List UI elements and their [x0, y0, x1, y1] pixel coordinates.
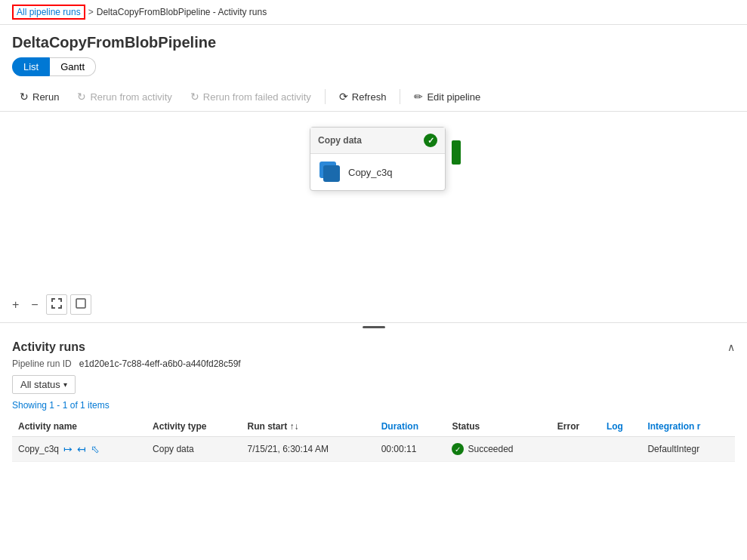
activity-name-label: Copy_c3q [348, 167, 393, 178]
activity-runs-section: Activity runs ∧ Pipeline run ID e1d20e1c… [0, 331, 747, 462]
runs-table-body: Copy_c3q ↦ ↤ ⬁ Copy data7/15/21, 6:30:14… [12, 437, 735, 462]
col-status: Status [446, 417, 551, 437]
zoom-in-button[interactable]: + [8, 297, 23, 313]
zoom-fit-button[interactable] [46, 294, 67, 315]
cell-activity_type: Copy data [147, 437, 241, 462]
cell-log [600, 437, 642, 462]
view-toggle: List Gantt [0, 57, 747, 82]
collapse-line [363, 326, 385, 328]
collapse-chevron-icon[interactable]: ∧ [727, 341, 735, 353]
breadcrumb-bar: All pipeline runs > DeltaCopyFromBlobPip… [0, 0, 747, 25]
table-header-row: Activity name Activity type Run start ↑↓… [12, 417, 735, 437]
activity-runs-header: Activity runs ∧ [12, 331, 735, 357]
list-view-button[interactable]: List [12, 57, 50, 76]
status-filter-label: All status [20, 379, 60, 390]
zoom-fit-icon [51, 297, 63, 309]
activity-popup-body: Copy_c3q [310, 154, 445, 190]
svg-rect-3 [60, 298, 62, 302]
toolbar-separator-2 [400, 89, 400, 104]
activity-runs-title: Activity runs [12, 340, 85, 354]
canvas-area: Copy data ✓ Copy_c3q + − [0, 112, 747, 323]
col-error: Error [551, 417, 600, 437]
col-activity-name: Activity name [12, 417, 147, 437]
zoom-out-button[interactable]: − [26, 297, 42, 313]
edit-pipeline-button[interactable]: ✏ Edit pipeline [406, 87, 488, 106]
status-success-icon: ✓ [452, 443, 464, 455]
toolbar: ↻ Rerun ↻ Rerun from activity ↻ Rerun fr… [0, 82, 747, 112]
all-pipeline-runs-link[interactable]: All pipeline runs [12, 5, 85, 20]
pipeline-run-id-value: e1d20e1c-7c88-4eff-a6b0-a440fd28c59f [79, 358, 241, 369]
cell-run_start: 7/15/21, 6:30:14 AM [241, 437, 375, 462]
toolbar-separator [325, 89, 326, 104]
fullscreen-icon [75, 297, 87, 309]
svg-rect-1 [51, 298, 53, 302]
pipeline-node [452, 140, 461, 165]
svg-rect-8 [76, 299, 85, 308]
col-duration: Duration [375, 417, 446, 437]
svg-rect-5 [51, 305, 53, 309]
pipeline-run-id-label: Pipeline run ID [12, 358, 72, 369]
refresh-button[interactable]: ⟳ Refresh [332, 87, 394, 106]
gantt-view-button[interactable]: Gantt [50, 57, 96, 76]
table-row: Copy_c3q ↦ ↤ ⬁ Copy data7/15/21, 6:30:14… [12, 437, 735, 462]
rerun-icon: ↻ [20, 91, 29, 103]
activity-popup[interactable]: Copy data ✓ Copy_c3q [310, 127, 446, 191]
status-filter[interactable]: All status ▾ [12, 375, 76, 394]
action-icon-details[interactable]: ⬁ [91, 443, 100, 455]
col-log: Log [600, 417, 642, 437]
rerun-button[interactable]: ↻ Rerun [12, 87, 66, 106]
status-filter-chevron: ▾ [63, 380, 67, 389]
action-icon-output[interactable]: ↤ [77, 443, 86, 455]
pipeline-run-id-row: Pipeline run ID e1d20e1c-7c88-4eff-a6b0-… [12, 357, 735, 375]
rerun-activity-icon: ↻ [77, 91, 86, 103]
activity-name-value: Copy_c3q [18, 444, 59, 454]
activity-popup-header: Copy data ✓ [310, 128, 445, 154]
breadcrumb-current: DeltaCopyFromBlobPipeline - Activity run… [97, 7, 267, 17]
refresh-icon: ⟳ [339, 91, 348, 103]
edit-icon: ✏ [414, 91, 423, 103]
cell-status: ✓Succeeded [446, 437, 551, 462]
copy-data-icon [319, 162, 341, 183]
cell-integration: DefaultIntegr [641, 437, 735, 462]
col-run-start[interactable]: Run start ↑↓ [241, 417, 375, 437]
count-row: Showing 1 - 1 of 1 items [12, 400, 735, 411]
activity-runs-table: Activity name Activity type Run start ↑↓… [12, 417, 735, 462]
cell-error [551, 437, 600, 462]
breadcrumb-separator: > [88, 7, 94, 17]
svg-rect-7 [60, 305, 62, 309]
status-label: Succeeded [468, 444, 513, 454]
zoom-fullscreen-button[interactable] [70, 294, 91, 315]
collapse-bar[interactable] [0, 323, 747, 331]
activity-popup-type: Copy data [318, 135, 362, 146]
rerun-failed-icon: ↻ [190, 91, 199, 103]
rerun-from-failed-button[interactable]: ↻ Rerun from failed activity [183, 87, 319, 106]
page-title: DeltaCopyFromBlobPipeline [0, 25, 747, 57]
col-activity-type: Activity type [147, 417, 241, 437]
cell-activity-name: Copy_c3q ↦ ↤ ⬁ [12, 437, 147, 462]
cell-duration: 00:00:11 [375, 437, 446, 462]
action-icon-input[interactable]: ↦ [63, 443, 73, 455]
col-integration: Integration r [641, 417, 735, 437]
zoom-controls: + − [8, 294, 91, 315]
success-check-icon: ✓ [424, 134, 437, 147]
rerun-from-activity-button[interactable]: ↻ Rerun from activity [69, 87, 179, 106]
